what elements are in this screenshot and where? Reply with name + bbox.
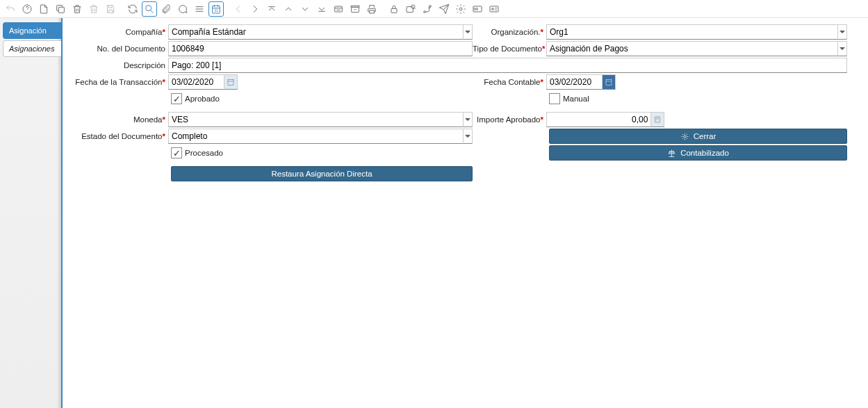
label-approvedamt: Importe Aprobado* (473, 115, 546, 124)
svg-rect-30 (228, 80, 234, 85)
copy-icon[interactable] (53, 1, 68, 17)
label-doctype: Tipo de Documento* (473, 44, 546, 53)
approvedamt-field[interactable] (546, 112, 650, 127)
new-icon[interactable] (36, 1, 51, 17)
svg-point-38 (684, 135, 686, 137)
lock-icon[interactable] (386, 1, 402, 17)
print-icon[interactable] (364, 1, 379, 17)
svg-rect-18 (370, 10, 375, 13)
svg-rect-1 (58, 7, 64, 13)
acctdate-field[interactable] (546, 74, 602, 90)
label-desc: Descripción (69, 61, 168, 70)
nav-forward-icon[interactable] (247, 1, 263, 17)
approved-checkbox[interactable] (171, 93, 182, 104)
nav-back-icon[interactable] (231, 1, 246, 17)
svg-point-24 (459, 8, 462, 10)
delete-icon[interactable] (69, 1, 85, 17)
label-currency: Moneda* (69, 115, 168, 124)
doctype-field[interactable] (546, 41, 837, 56)
toggle-grid-icon[interactable] (192, 1, 207, 17)
docstatus-dropdown-button[interactable] (463, 129, 473, 144)
sidebar-tab-asignaciones[interactable]: Asignaciones (3, 40, 61, 57)
doctype-dropdown-button[interactable] (837, 41, 847, 56)
child-record-icon[interactable] (314, 1, 329, 17)
svg-rect-32 (606, 80, 612, 85)
attachment-icon[interactable] (158, 1, 174, 17)
prev-record-icon[interactable] (281, 1, 296, 17)
info-product-icon[interactable] (470, 1, 485, 17)
undo-icon[interactable] (3, 1, 18, 17)
org-field[interactable] (546, 24, 837, 40)
trxdate-field[interactable] (168, 74, 224, 90)
docstatus-field[interactable] (168, 129, 463, 144)
balance-icon (667, 149, 676, 158)
svg-rect-26 (490, 6, 498, 12)
chat-icon[interactable] (175, 1, 190, 17)
close-button[interactable]: Cerrar (549, 129, 847, 144)
company-field[interactable] (168, 24, 463, 40)
currency-field[interactable] (168, 112, 463, 127)
toolbar: 31 (0, 0, 868, 18)
refresh-icon[interactable] (125, 1, 140, 17)
main-area: Asignación Asignaciones Compañía* Organi… (0, 18, 868, 408)
posted-button[interactable]: Contabilizado (549, 145, 847, 161)
svg-text:31: 31 (214, 9, 218, 13)
request-icon[interactable] (436, 1, 452, 17)
svg-point-2 (146, 5, 152, 10)
label-docstatus: Estado del Documento* (69, 132, 168, 140)
sidebar: Asignación Asignaciones (0, 18, 61, 408)
svg-rect-20 (407, 6, 413, 12)
label-acctdate: Fecha Contable* (473, 78, 546, 86)
zoom-across-icon[interactable] (403, 1, 418, 17)
label-trxdate: Fecha de la Transacción* (69, 78, 168, 86)
currency-dropdown-button[interactable] (463, 112, 473, 127)
next-record-icon[interactable] (297, 1, 313, 17)
approved-label: Aprobado (185, 95, 220, 103)
find-icon[interactable] (142, 1, 157, 17)
label-company: Compañía* (69, 28, 168, 36)
svg-rect-19 (391, 8, 397, 13)
svg-rect-13 (335, 6, 343, 12)
org-dropdown-button[interactable] (837, 24, 847, 40)
gear-icon[interactable] (453, 1, 468, 17)
manual-label: Manual (563, 95, 589, 103)
delete-selection-icon[interactable] (86, 1, 101, 17)
help-icon[interactable] (19, 1, 35, 17)
manual-checkbox[interactable] (549, 93, 560, 104)
gear-icon (680, 132, 689, 141)
acctdate-picker-button[interactable] (602, 74, 616, 90)
processed-label: Procesado (185, 149, 223, 157)
form-content: Compañía* Organización.* No. del Documen… (61, 18, 868, 408)
desc-field[interactable] (168, 58, 847, 73)
trxdate-picker-button[interactable] (224, 74, 238, 90)
info-bp-icon[interactable] (486, 1, 502, 17)
company-dropdown-button[interactable] (463, 24, 473, 40)
svg-point-27 (492, 8, 494, 10)
restore-button[interactable]: Restaura Asignación Directa (171, 166, 473, 181)
sidebar-tab-asignacion[interactable]: Asignación (3, 22, 61, 39)
approvedamt-calc-button[interactable] (650, 112, 664, 127)
svg-point-23 (429, 5, 432, 7)
save-icon[interactable] (103, 1, 118, 17)
processed-checkbox[interactable] (171, 147, 182, 158)
label-docno: No. del Documento (69, 44, 168, 53)
calendar-icon[interactable]: 31 (208, 1, 224, 17)
docno-field[interactable] (168, 41, 473, 56)
svg-point-22 (424, 10, 426, 13)
parent-record-icon[interactable] (264, 1, 279, 17)
label-org: Organización.* (473, 28, 546, 36)
report-icon[interactable] (331, 1, 346, 17)
archive-icon[interactable] (347, 1, 363, 17)
workflow-icon[interactable] (420, 1, 435, 17)
